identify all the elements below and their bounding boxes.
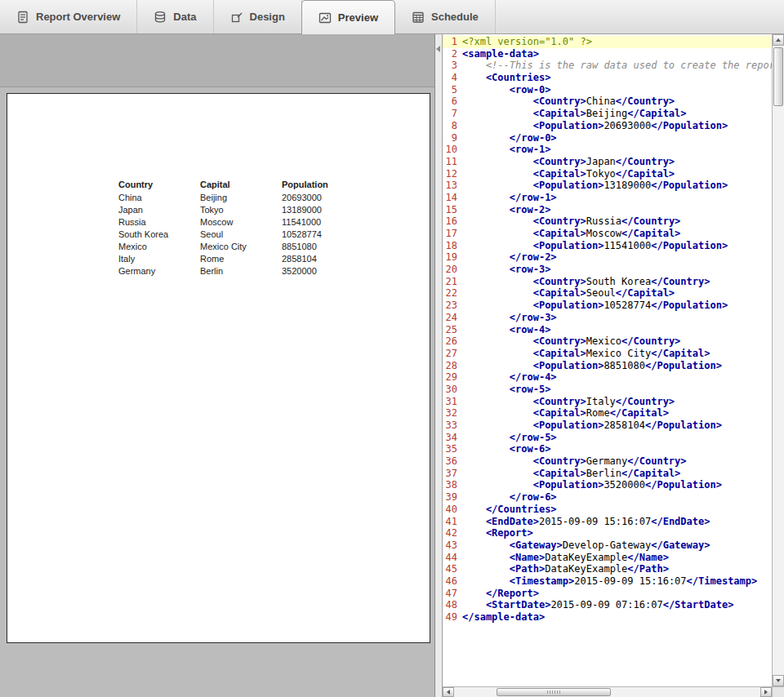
code-token: Beijing <box>586 108 628 120</box>
code-line[interactable]: 44 <Name>DataKeyExample</Name> <box>443 552 772 564</box>
line-number: 35 <box>443 443 457 455</box>
horizontal-scrollbar[interactable] <box>443 686 772 697</box>
code-line[interactable]: 9 </row-0> <box>443 132 772 144</box>
code-editor[interactable]: 1<?xml version="1.0" ?>2<sample-data>3 <… <box>443 34 772 686</box>
code-line[interactable]: 47 </Report> <box>443 588 772 600</box>
code-line[interactable]: 22 <Capital>Seoul</Capital> <box>443 287 772 300</box>
vertical-scrollbar[interactable] <box>772 34 784 686</box>
code-token: </row-4> <box>462 371 557 384</box>
code-line[interactable]: 12 <Capital>Tokyo</Capital> <box>443 168 772 180</box>
code-token: <!--This is the raw data used to create … <box>462 60 772 72</box>
table-cell: Mexico City <box>200 241 282 253</box>
code-line[interactable]: 31 <Country>Italy</Country> <box>443 396 772 408</box>
code-token: </Country> <box>621 335 680 348</box>
tab-data[interactable]: Data <box>137 0 213 33</box>
scroll-down-button[interactable] <box>773 675 784 686</box>
code-line[interactable]: 15 <row-2> <box>443 204 772 216</box>
line-number: 38 <box>443 479 457 491</box>
collapse-left-icon[interactable] <box>436 46 440 52</box>
code-line[interactable]: 41 <EndDate>2015-09-09 15:16:07</EndDate… <box>443 516 772 528</box>
code-line[interactable]: 46 <Timestamp>2015-09-09 15:16:07</Times… <box>443 575 772 588</box>
line-number: 39 <box>443 491 457 504</box>
code-line[interactable]: 4 <Countries> <box>443 72 772 84</box>
code-token: Japan <box>586 156 616 168</box>
code-line[interactable]: 23 <Population>10528774</Population> <box>443 300 772 312</box>
line-number: 10 <box>443 144 457 156</box>
code-line[interactable]: 29 </row-4> <box>443 371 772 384</box>
line-number: 27 <box>443 348 457 360</box>
code-token: <Population> <box>462 300 604 312</box>
code-line[interactable]: 24 </row-3> <box>443 312 772 324</box>
vertical-scrollbar-thumb[interactable] <box>773 47 783 106</box>
code-line[interactable]: 38 <Population>3520000</Population> <box>443 479 772 491</box>
code-line[interactable]: 19 </row-2> <box>443 251 772 264</box>
code-token: <Gateway> <box>462 539 563 552</box>
code-line[interactable]: 33 <Population>2858104</Population> <box>443 420 772 432</box>
code-line[interactable]: 39 </row-6> <box>443 491 772 504</box>
preview-scroll-area[interactable]: CountryCapitalPopulation ChinaBeijing206… <box>0 87 434 697</box>
code-line[interactable]: 8 <Population>20693000</Population> <box>443 120 772 132</box>
scroll-left-button[interactable] <box>443 687 454 697</box>
code-line[interactable]: 49</sample-data> <box>443 611 772 624</box>
split-divider[interactable] <box>435 34 442 697</box>
tab-design[interactable]: Design <box>214 0 302 33</box>
code-line[interactable]: 42 <Report> <box>443 527 772 539</box>
table-cell: 11541000 <box>282 216 363 229</box>
code-line[interactable]: 18 <Population>11541000</Population> <box>443 240 772 252</box>
code-line[interactable]: 40 </Countries> <box>443 504 772 516</box>
code-line[interactable]: 16 <Country>Russia</Country> <box>443 215 772 228</box>
code-line[interactable]: 6 <Country>China</Country> <box>443 95 772 108</box>
scroll-up-button[interactable] <box>773 34 784 46</box>
code-token: </Country> <box>621 215 680 228</box>
tab-report-overview[interactable]: Report Overview <box>0 0 137 33</box>
code-line[interactable]: 2<sample-data> <box>443 48 772 60</box>
code-line[interactable]: 36 <Country>Germany</Country> <box>443 455 772 468</box>
code-line[interactable]: 37 <Capital>Berlin</Capital> <box>443 468 772 480</box>
tab-preview[interactable]: Preview <box>301 0 395 34</box>
code-line[interactable]: 30 <row-5> <box>443 384 772 396</box>
code-line[interactable]: 32 <Capital>Rome</Capital> <box>443 407 772 420</box>
code-line[interactable]: 34 </row-5> <box>443 432 772 444</box>
code-line[interactable]: 35 <row-6> <box>443 443 772 455</box>
line-number: 36 <box>443 455 457 468</box>
code-line[interactable]: 20 <row-3> <box>443 264 772 276</box>
code-token: Rome <box>586 407 610 420</box>
code-line[interactable]: 1<?xml version="1.0" ?> <box>443 36 772 48</box>
table-row: MexicoMexico City8851080 <box>118 241 363 253</box>
code-line[interactable]: 45 <Path>DataKeyExample</Path> <box>443 563 772 575</box>
arrow-right-icon <box>764 690 768 695</box>
line-number: 20 <box>443 264 457 276</box>
code-line[interactable]: 28 <Population>8851080</Population> <box>443 360 772 372</box>
code-line[interactable]: 26 <Country>Mexico</Country> <box>443 335 772 348</box>
code-line[interactable]: 43 <Gateway>Develop-Gateway</Gateway> <box>443 539 772 552</box>
code-token: </Capital> <box>621 468 680 480</box>
code-line[interactable]: 5 <row-0> <box>443 84 772 96</box>
code-line[interactable]: 14 </row-1> <box>443 192 772 204</box>
code-token: <Country> <box>462 215 586 228</box>
code-line[interactable]: 48 <StartDate>2015-09-09 07:16:07</Start… <box>443 599 772 611</box>
code-token: </row-5> <box>462 432 557 444</box>
code-line[interactable]: 10 <row-1> <box>443 144 772 156</box>
code-token: 10528774 <box>604 300 651 312</box>
code-line[interactable]: 13 <Population>13189000</Population> <box>443 180 772 192</box>
code-token: <row-2> <box>462 204 550 216</box>
code-token: Italy <box>586 396 616 408</box>
table-cell: Beijing <box>200 192 282 204</box>
code-line[interactable]: 7 <Capital>Beijing</Capital> <box>443 108 772 120</box>
code-token: <Population> <box>462 180 604 192</box>
line-number: 24 <box>443 312 457 324</box>
line-number: 41 <box>443 516 457 528</box>
code-line[interactable]: 27 <Capital>Mexico City</Capital> <box>443 348 772 360</box>
horizontal-scrollbar-thumb[interactable] <box>497 688 611 696</box>
code-token: </row-0> <box>462 132 557 144</box>
code-token: </Country> <box>616 95 675 108</box>
code-line[interactable]: 25 <row-4> <box>443 324 772 336</box>
code-line[interactable]: 17 <Capital>Moscow</Capital> <box>443 228 772 240</box>
tab-schedule[interactable]: Schedule <box>395 0 496 33</box>
code-line[interactable]: 21 <Country>South Korea</Country> <box>443 276 772 288</box>
code-line[interactable]: 3 <!--This is the raw data used to creat… <box>443 60 772 72</box>
scroll-right-button[interactable] <box>760 687 772 697</box>
table-cell: 20693000 <box>282 192 363 204</box>
line-number: 14 <box>443 192 457 204</box>
code-line[interactable]: 11 <Country>Japan</Country> <box>443 156 772 168</box>
